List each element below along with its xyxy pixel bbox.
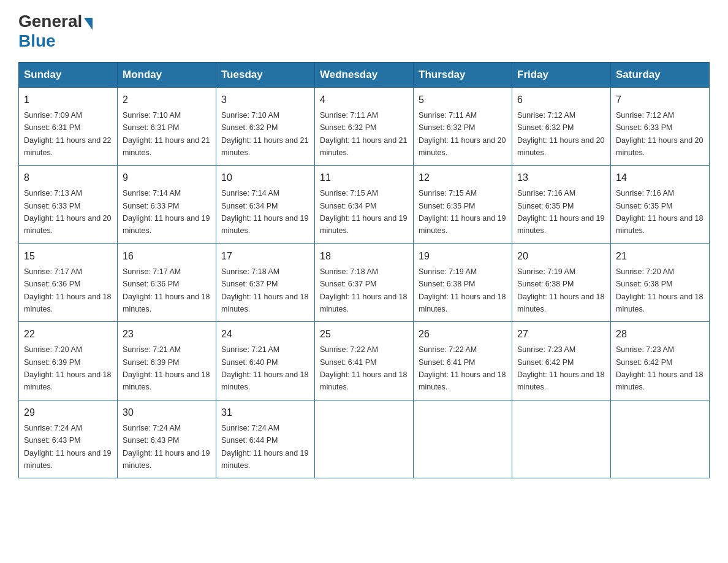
- day-number: 30: [123, 405, 211, 420]
- day-number: 17: [221, 249, 309, 264]
- calendar-header-wednesday: Wednesday: [315, 62, 414, 87]
- day-info: Sunrise: 7:24 AM Sunset: 6:43 PM Dayligh…: [24, 424, 111, 470]
- day-number: 15: [24, 249, 112, 264]
- calendar-cell: 16 Sunrise: 7:17 AM Sunset: 6:36 PM Dayl…: [118, 243, 216, 322]
- day-number: 18: [320, 249, 408, 264]
- calendar-cell: 7 Sunrise: 7:12 AM Sunset: 6:33 PM Dayli…: [611, 87, 710, 166]
- calendar-cell: 4 Sunrise: 7:11 AM Sunset: 6:32 PM Dayli…: [315, 87, 414, 166]
- calendar-week-5: 29 Sunrise: 7:24 AM Sunset: 6:43 PM Dayl…: [19, 400, 710, 478]
- day-number: 16: [123, 249, 211, 264]
- day-number: 13: [517, 170, 605, 185]
- day-number: 25: [320, 327, 408, 342]
- day-number: 21: [616, 249, 704, 264]
- day-info: Sunrise: 7:18 AM Sunset: 6:37 PM Dayligh…: [320, 267, 407, 313]
- day-number: 28: [616, 327, 704, 342]
- calendar-cell: [315, 400, 414, 478]
- day-number: 7: [616, 93, 704, 107]
- day-info: Sunrise: 7:24 AM Sunset: 6:44 PM Dayligh…: [221, 424, 308, 470]
- calendar-cell: 18 Sunrise: 7:18 AM Sunset: 6:37 PM Dayl…: [315, 243, 414, 322]
- calendar-header-sunday: Sunday: [19, 62, 118, 87]
- day-number: 29: [24, 405, 112, 420]
- day-number: 19: [419, 249, 507, 264]
- calendar-cell: 15 Sunrise: 7:17 AM Sunset: 6:36 PM Dayl…: [19, 243, 118, 322]
- calendar-cell: 6 Sunrise: 7:12 AM Sunset: 6:32 PM Dayli…: [512, 87, 611, 166]
- day-info: Sunrise: 7:11 AM Sunset: 6:32 PM Dayligh…: [419, 111, 506, 157]
- day-number: 9: [123, 170, 211, 185]
- calendar-cell: 30 Sunrise: 7:24 AM Sunset: 6:43 PM Dayl…: [118, 400, 216, 478]
- day-number: 12: [419, 170, 507, 185]
- logo-line2: Blue: [18, 31, 56, 51]
- day-number: 10: [221, 170, 309, 185]
- calendar-week-4: 22 Sunrise: 7:20 AM Sunset: 6:39 PM Dayl…: [19, 322, 710, 400]
- day-info: Sunrise: 7:17 AM Sunset: 6:36 PM Dayligh…: [24, 267, 111, 313]
- calendar-cell: 13 Sunrise: 7:16 AM Sunset: 6:35 PM Dayl…: [512, 166, 611, 244]
- calendar-week-1: 1 Sunrise: 7:09 AM Sunset: 6:31 PM Dayli…: [19, 87, 710, 166]
- calendar-week-3: 15 Sunrise: 7:17 AM Sunset: 6:36 PM Dayl…: [19, 243, 710, 322]
- day-number: 6: [517, 93, 605, 107]
- calendar-header-tuesday: Tuesday: [216, 62, 315, 87]
- day-info: Sunrise: 7:09 AM Sunset: 6:31 PM Dayligh…: [24, 111, 111, 157]
- day-number: 27: [517, 327, 605, 342]
- day-number: 31: [221, 405, 309, 420]
- calendar-cell: 29 Sunrise: 7:24 AM Sunset: 6:43 PM Dayl…: [19, 400, 118, 478]
- page-header: General Blue: [18, 12, 710, 51]
- logo-area: General Blue: [18, 12, 93, 51]
- day-number: 22: [24, 327, 112, 342]
- calendar-cell: 25 Sunrise: 7:22 AM Sunset: 6:41 PM Dayl…: [315, 322, 414, 400]
- day-number: 5: [419, 93, 507, 107]
- calendar-cell: [611, 400, 710, 478]
- day-info: Sunrise: 7:14 AM Sunset: 6:34 PM Dayligh…: [221, 189, 308, 235]
- day-info: Sunrise: 7:16 AM Sunset: 6:35 PM Dayligh…: [517, 189, 604, 235]
- day-number: 24: [221, 327, 309, 342]
- day-info: Sunrise: 7:12 AM Sunset: 6:32 PM Dayligh…: [517, 111, 604, 157]
- day-info: Sunrise: 7:16 AM Sunset: 6:35 PM Dayligh…: [616, 189, 703, 235]
- calendar-cell: [512, 400, 611, 478]
- day-number: 23: [123, 327, 211, 342]
- calendar-cell: 31 Sunrise: 7:24 AM Sunset: 6:44 PM Dayl…: [216, 400, 315, 478]
- day-info: Sunrise: 7:23 AM Sunset: 6:42 PM Dayligh…: [616, 345, 703, 391]
- day-info: Sunrise: 7:23 AM Sunset: 6:42 PM Dayligh…: [517, 345, 604, 391]
- day-info: Sunrise: 7:20 AM Sunset: 6:39 PM Dayligh…: [24, 345, 111, 391]
- logo-arrow-icon: [84, 18, 93, 30]
- calendar-cell: 17 Sunrise: 7:18 AM Sunset: 6:37 PM Dayl…: [216, 243, 315, 322]
- day-number: 20: [517, 249, 605, 264]
- day-info: Sunrise: 7:10 AM Sunset: 6:32 PM Dayligh…: [221, 111, 308, 157]
- calendar-header-saturday: Saturday: [611, 62, 710, 87]
- calendar-cell: 24 Sunrise: 7:21 AM Sunset: 6:40 PM Dayl…: [216, 322, 315, 400]
- day-info: Sunrise: 7:22 AM Sunset: 6:41 PM Dayligh…: [419, 345, 506, 391]
- calendar-cell: 5 Sunrise: 7:11 AM Sunset: 6:32 PM Dayli…: [414, 87, 512, 166]
- day-info: Sunrise: 7:24 AM Sunset: 6:43 PM Dayligh…: [123, 424, 210, 470]
- calendar-cell: 21 Sunrise: 7:20 AM Sunset: 6:38 PM Dayl…: [611, 243, 710, 322]
- day-number: 4: [320, 93, 408, 107]
- logo-line1: General: [18, 12, 93, 31]
- calendar-header-row: SundayMondayTuesdayWednesdayThursdayFrid…: [19, 62, 710, 87]
- day-info: Sunrise: 7:15 AM Sunset: 6:35 PM Dayligh…: [419, 189, 506, 235]
- calendar-cell: 3 Sunrise: 7:10 AM Sunset: 6:32 PM Dayli…: [216, 87, 315, 166]
- day-number: 1: [24, 93, 112, 107]
- calendar-cell: 28 Sunrise: 7:23 AM Sunset: 6:42 PM Dayl…: [611, 322, 710, 400]
- logo-general: General: [18, 12, 82, 31]
- calendar-cell: 26 Sunrise: 7:22 AM Sunset: 6:41 PM Dayl…: [414, 322, 512, 400]
- calendar-header-thursday: Thursday: [414, 62, 512, 87]
- calendar-table: SundayMondayTuesdayWednesdayThursdayFrid…: [18, 62, 710, 479]
- calendar-header-friday: Friday: [512, 62, 611, 87]
- day-info: Sunrise: 7:19 AM Sunset: 6:38 PM Dayligh…: [517, 267, 604, 313]
- day-info: Sunrise: 7:12 AM Sunset: 6:33 PM Dayligh…: [616, 111, 703, 157]
- day-number: 26: [419, 327, 507, 342]
- day-info: Sunrise: 7:19 AM Sunset: 6:38 PM Dayligh…: [419, 267, 506, 313]
- day-info: Sunrise: 7:10 AM Sunset: 6:31 PM Dayligh…: [123, 111, 210, 157]
- calendar-cell: 8 Sunrise: 7:13 AM Sunset: 6:33 PM Dayli…: [19, 166, 118, 244]
- logo-blue: Blue: [18, 31, 56, 50]
- calendar-cell: [414, 400, 512, 478]
- day-number: 8: [24, 170, 112, 185]
- calendar-cell: 20 Sunrise: 7:19 AM Sunset: 6:38 PM Dayl…: [512, 243, 611, 322]
- calendar-cell: 1 Sunrise: 7:09 AM Sunset: 6:31 PM Dayli…: [19, 87, 118, 166]
- day-number: 3: [221, 93, 309, 107]
- day-info: Sunrise: 7:11 AM Sunset: 6:32 PM Dayligh…: [320, 111, 407, 157]
- day-info: Sunrise: 7:15 AM Sunset: 6:34 PM Dayligh…: [320, 189, 407, 235]
- day-info: Sunrise: 7:22 AM Sunset: 6:41 PM Dayligh…: [320, 345, 407, 391]
- day-number: 2: [123, 93, 211, 107]
- calendar-header-monday: Monday: [118, 62, 216, 87]
- calendar-cell: 27 Sunrise: 7:23 AM Sunset: 6:42 PM Dayl…: [512, 322, 611, 400]
- day-number: 14: [616, 170, 704, 185]
